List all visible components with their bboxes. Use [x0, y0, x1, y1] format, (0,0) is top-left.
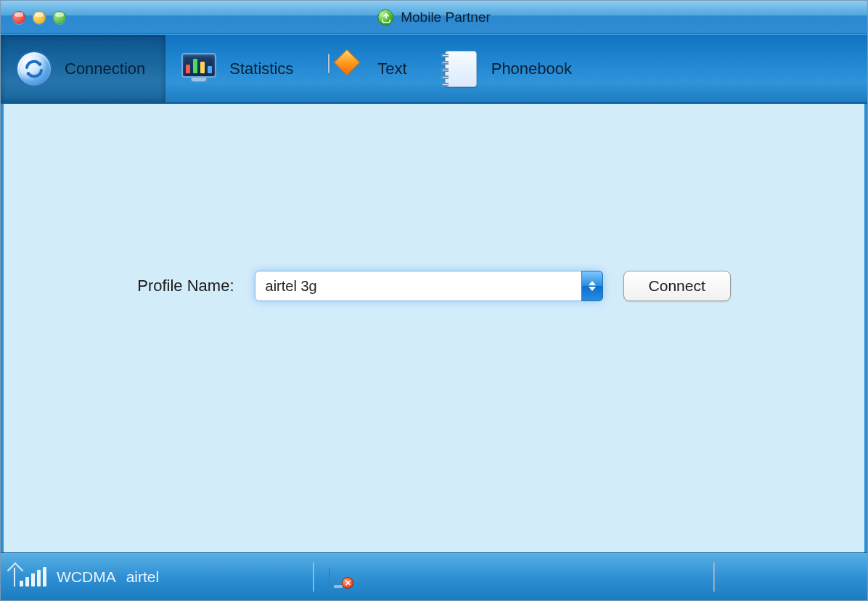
tab-statistics[interactable]: Statistics — [165, 35, 314, 102]
window-controls — [12, 11, 66, 24]
network-disconnected-icon: ✕ — [329, 568, 349, 586]
status-connection-segment: ✕ — [314, 563, 713, 592]
profile-name-select[interactable]: airtel 3g — [255, 271, 603, 301]
tab-statistics-label: Statistics — [229, 60, 293, 78]
network-mode-label: WCDMA — [57, 568, 116, 586]
app-badge-icon — [377, 9, 393, 25]
content-area: Profile Name: airtel 3g Connect — [1, 104, 867, 552]
tab-text-label: Text — [377, 60, 406, 78]
profile-row: Profile Name: airtel 3g Connect — [137, 271, 731, 301]
tab-connection[interactable]: Connection — [1, 35, 165, 102]
window-title-text: Mobile Partner — [401, 9, 491, 25]
connect-button[interactable]: Connect — [623, 271, 731, 301]
profile-name-value: airtel 3g — [266, 278, 317, 295]
connection-icon — [15, 50, 53, 88]
main-toolbar: Connection Statistics Text — [1, 34, 867, 104]
minimize-window-button[interactable] — [33, 11, 46, 24]
status-signal-segment: WCDMA airtel — [1, 563, 313, 592]
close-window-button[interactable] — [12, 11, 25, 24]
zoom-window-button[interactable] — [53, 11, 66, 24]
title-bar: Mobile Partner — [1, 1, 867, 34]
app-window: Mobile Partner Connection — [0, 0, 868, 601]
statistics-icon — [180, 50, 218, 88]
status-right-segment — [715, 563, 867, 592]
carrier-label: airtel — [126, 568, 160, 586]
status-bar: WCDMA airtel ✕ — [1, 552, 867, 600]
signal-strength-icon — [15, 568, 46, 586]
profile-name-label: Profile Name: — [137, 277, 234, 295]
profile-select-wrap: airtel 3g — [255, 271, 603, 301]
tab-phonebook-label: Phonebook — [491, 60, 572, 78]
text-icon — [328, 50, 366, 88]
phonebook-icon — [442, 50, 480, 88]
tab-text[interactable]: Text — [314, 35, 427, 102]
tab-connection-label: Connection — [65, 60, 145, 78]
window-title: Mobile Partner — [377, 9, 491, 25]
tab-phonebook[interactable]: Phonebook — [427, 35, 592, 102]
select-stepper-icon[interactable] — [581, 271, 603, 301]
